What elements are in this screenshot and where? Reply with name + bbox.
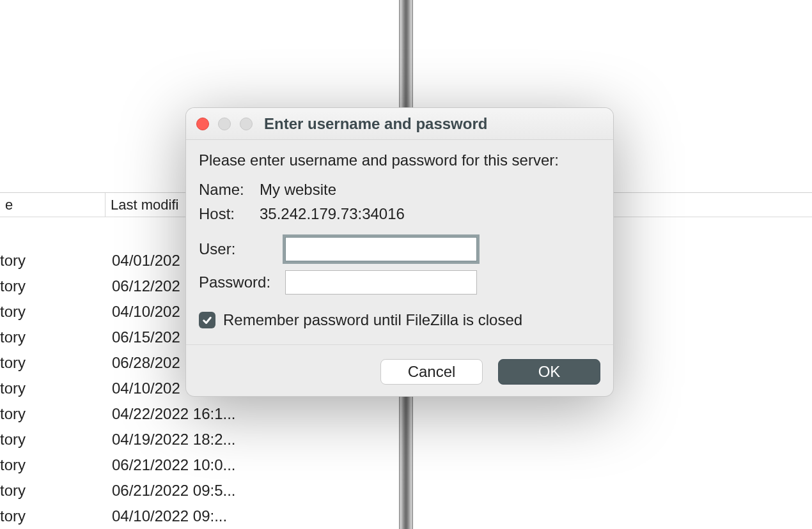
filetype-cell: tory (0, 482, 105, 500)
host-value: 35.242.179.73:34016 (260, 205, 405, 223)
window-controls (196, 118, 253, 130)
filetype-cell: tory (0, 456, 105, 474)
dialog-prompt: Please enter username and password for t… (199, 151, 600, 169)
modified-cell: 04/10/2022 09:... (105, 507, 265, 525)
dialog-body: Please enter username and password for t… (186, 140, 613, 396)
dialog-title: Enter username and password (264, 115, 487, 133)
host-label: Host: (199, 205, 260, 223)
filetype-cell: tory (0, 431, 105, 448)
info-host-row: Host: 35.242.179.73:34016 (199, 205, 600, 223)
list-item[interactable]: tory06/21/2022 10:0... (0, 452, 399, 478)
list-item[interactable]: tory04/19/2022 18:2... (0, 427, 399, 452)
remember-label: Remember password until FileZilla is clo… (223, 311, 522, 329)
dialog-titlebar[interactable]: Enter username and password (186, 108, 613, 140)
filetype-cell: tory (0, 328, 105, 346)
modified-cell: 06/21/2022 10:0... (105, 456, 265, 474)
col-filetype[interactable]: e (0, 193, 105, 217)
name-label: Name: (199, 181, 260, 199)
modified-cell: 06/21/2022 09:5... (105, 482, 265, 500)
filetype-cell: tory (0, 379, 105, 397)
list-item[interactable]: tory04/22/2022 16:1... (0, 401, 399, 427)
col-filetype-label: e (5, 197, 13, 213)
password-label: Password: (199, 273, 285, 291)
cancel-button[interactable]: Cancel (380, 359, 483, 385)
filetype-cell: tory (0, 252, 105, 270)
modified-cell: 04/19/2022 18:2... (105, 431, 265, 448)
user-input[interactable] (285, 237, 477, 261)
user-label: User: (199, 240, 285, 258)
remember-row: Remember password until FileZilla is clo… (199, 311, 600, 329)
ok-button[interactable]: OK (498, 359, 600, 385)
close-icon[interactable] (196, 118, 209, 130)
check-icon (201, 314, 213, 326)
filetype-cell: tory (0, 277, 105, 295)
remember-checkbox[interactable] (199, 312, 215, 328)
filetype-cell: tory (0, 405, 105, 423)
modified-cell: 04/22/2022 16:1... (105, 405, 265, 423)
ok-button-label: OK (538, 363, 561, 381)
info-name-row: Name: My website (199, 181, 600, 199)
col-last-modified-label: Last modifi (111, 197, 178, 213)
filetype-cell: tory (0, 354, 105, 372)
auth-dialog: Enter username and password Please enter… (185, 107, 614, 397)
filetype-cell: tory (0, 507, 105, 525)
name-value: My website (260, 181, 336, 199)
password-row: Password: (199, 270, 600, 295)
user-row: User: (199, 237, 600, 261)
list-item[interactable]: tory06/21/2022 09:5... (0, 478, 399, 503)
maximize-icon (240, 118, 253, 130)
password-input[interactable] (285, 270, 477, 295)
button-row: Cancel OK (199, 345, 600, 385)
cancel-button-label: Cancel (408, 363, 456, 381)
filetype-cell: tory (0, 303, 105, 321)
minimize-icon (218, 118, 231, 130)
list-item[interactable]: tory04/10/2022 09:... (0, 503, 399, 529)
